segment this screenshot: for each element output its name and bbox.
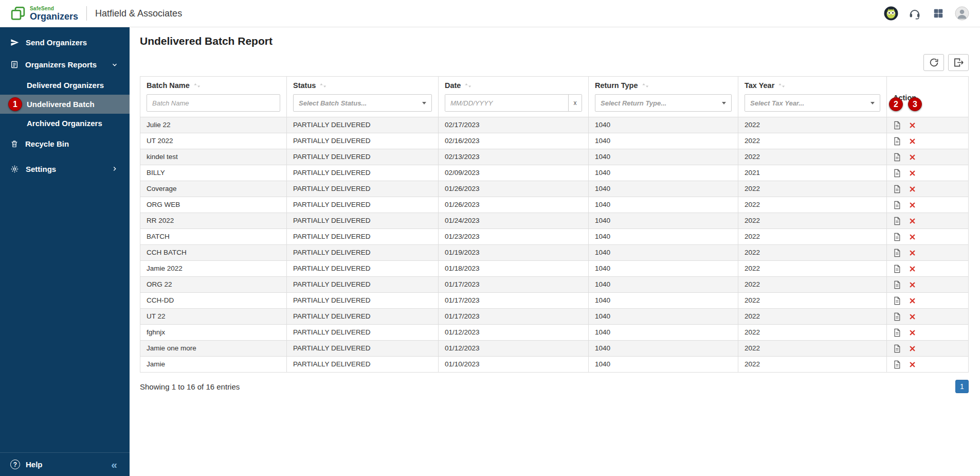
- table-row: Julie 22 PARTIALLY DELIVERED 02/17/2023 …: [140, 117, 969, 133]
- pagination-page-1[interactable]: 1: [955, 380, 969, 393]
- sidebar-item-send-organizers[interactable]: Send Organizers: [0, 31, 130, 54]
- delete-batch-button[interactable]: [908, 328, 917, 337]
- undelivered-batch-table: Batch Name Status Select Batch Status...: [140, 76, 969, 373]
- view-batch-report-button[interactable]: [892, 295, 902, 306]
- delete-batch-button[interactable]: [908, 280, 917, 289]
- company-name: Hatfield & Associates: [95, 8, 182, 19]
- sort-status[interactable]: Status: [293, 81, 432, 90]
- view-batch-report-button[interactable]: [892, 200, 902, 210]
- view-batch-report-button[interactable]: [892, 216, 902, 226]
- cell-tax-year: 2022: [738, 181, 887, 197]
- cell-batch-name: UT 22: [140, 309, 287, 325]
- tax-year-filter-select[interactable]: Select Tax Year...: [745, 94, 880, 112]
- table-row: BATCH PARTIALLY DELIVERED 01/23/2023 104…: [140, 229, 969, 245]
- delete-batch-button[interactable]: [908, 201, 917, 209]
- batch-name-filter-input[interactable]: [147, 94, 280, 112]
- view-batch-report-button[interactable]: [892, 248, 902, 258]
- table-row: Jamie 2022 PARTIALLY DELIVERED 01/18/202…: [140, 261, 969, 277]
- support-headset-icon[interactable]: [907, 6, 922, 21]
- cell-status: PARTIALLY DELIVERED: [287, 357, 439, 373]
- cell-action: [887, 325, 969, 341]
- table-row: CCH BATCH PARTIALLY DELIVERED 01/19/2023…: [140, 245, 969, 261]
- sidebar-item-recycle-bin[interactable]: Recycle Bin: [0, 133, 130, 155]
- cell-date: 01/10/2023: [439, 357, 589, 373]
- view-batch-report-button[interactable]: [892, 184, 902, 195]
- delete-x-icon: [909, 281, 916, 288]
- delete-batch-button[interactable]: [908, 121, 917, 130]
- cell-tax-year: 2022: [738, 245, 887, 261]
- sidebar-item-label: Archived Organizers: [27, 119, 102, 128]
- sort-arrows-icon: [642, 83, 649, 87]
- sort-return-type[interactable]: Return Type: [595, 81, 732, 90]
- view-batch-report-button[interactable]: [892, 359, 902, 370]
- cell-status: PARTIALLY DELIVERED: [287, 181, 439, 197]
- sort-tax-year[interactable]: Tax Year: [745, 81, 880, 90]
- date-filter-input[interactable]: [445, 95, 568, 111]
- assistant-owl-icon[interactable]: [883, 6, 899, 21]
- view-batch-report-button[interactable]: [892, 120, 902, 131]
- page-title: Undelivered Batch Report: [140, 34, 969, 48]
- view-batch-report-button[interactable]: [892, 327, 902, 338]
- cell-status: PARTIALLY DELIVERED: [287, 245, 439, 261]
- return-type-filter-select[interactable]: Select Return Type...: [595, 94, 732, 112]
- chevron-down-icon: [111, 61, 118, 68]
- sidebar-item-archived-organizers[interactable]: Archived Organizers: [0, 114, 130, 133]
- cell-action: [887, 309, 969, 325]
- view-batch-report-button[interactable]: [892, 136, 902, 147]
- table-row: ORG WEB PARTIALLY DELIVERED 01/26/2023 1…: [140, 197, 969, 213]
- cell-status: PARTIALLY DELIVERED: [287, 213, 439, 229]
- view-batch-report-button[interactable]: [892, 263, 902, 274]
- delete-batch-button[interactable]: [908, 296, 917, 305]
- document-icon: [893, 360, 901, 369]
- view-batch-report-button[interactable]: [892, 343, 902, 354]
- cell-batch-name: CCH BATCH: [140, 245, 287, 261]
- help-button[interactable]: Help «: [0, 452, 130, 476]
- delete-batch-button[interactable]: [908, 360, 917, 369]
- cell-date: 01/17/2023: [439, 309, 589, 325]
- view-batch-report-button[interactable]: [892, 232, 902, 242]
- sidebar-item-organizers-reports[interactable]: Organizers Reports: [0, 54, 130, 76]
- brand-logo[interactable]: SafeSend Organizers: [10, 6, 78, 21]
- sidebar-item-settings[interactable]: Settings: [0, 158, 130, 180]
- cell-status: PARTIALLY DELIVERED: [287, 293, 439, 309]
- delete-batch-button[interactable]: [908, 249, 917, 257]
- cell-date: 02/13/2023: [439, 149, 589, 165]
- cell-return-type: 1040: [589, 181, 738, 197]
- status-filter-select[interactable]: Select Batch Status...: [293, 94, 432, 112]
- collapse-sidebar-icon[interactable]: «: [111, 459, 117, 470]
- cell-batch-name: Coverage: [140, 181, 287, 197]
- cell-tax-year: 2022: [738, 229, 887, 245]
- delete-batch-button[interactable]: [908, 153, 917, 162]
- cell-batch-name: ORG 22: [140, 277, 287, 293]
- apps-grid-icon[interactable]: [931, 6, 946, 21]
- cell-status: PARTIALLY DELIVERED: [287, 309, 439, 325]
- sort-batch-name[interactable]: Batch Name: [147, 81, 280, 90]
- view-batch-report-button[interactable]: [892, 279, 902, 290]
- sort-date[interactable]: Date: [445, 81, 582, 90]
- export-button[interactable]: [948, 54, 969, 71]
- sidebar: Send Organizers Organizers Reports Deliv…: [0, 27, 130, 476]
- delete-x-icon: [909, 313, 916, 320]
- cell-date: 01/19/2023: [439, 245, 589, 261]
- user-avatar[interactable]: [954, 6, 970, 21]
- delete-batch-button[interactable]: [908, 169, 917, 178]
- delete-batch-button[interactable]: [908, 233, 917, 241]
- delete-batch-button[interactable]: [908, 265, 917, 273]
- view-batch-report-button[interactable]: [892, 168, 902, 179]
- delete-batch-button[interactable]: [908, 185, 917, 193]
- delete-batch-button[interactable]: [908, 312, 917, 321]
- cell-date: 01/26/2023: [439, 197, 589, 213]
- cell-batch-name: BILLY: [140, 165, 287, 181]
- delete-batch-button[interactable]: [908, 217, 917, 225]
- date-clear-button[interactable]: x: [568, 95, 582, 111]
- annotation-badge-1: 1: [8, 97, 22, 111]
- cell-action: [887, 181, 969, 197]
- cell-action: [887, 245, 969, 261]
- cell-return-type: 1040: [589, 133, 738, 149]
- view-batch-report-button[interactable]: [892, 152, 902, 163]
- delete-batch-button[interactable]: [908, 137, 917, 146]
- view-batch-report-button[interactable]: [892, 311, 902, 322]
- delete-batch-button[interactable]: [908, 344, 917, 353]
- sidebar-item-delivered-organizers[interactable]: Delivered Organizers: [0, 76, 130, 95]
- refresh-button[interactable]: [923, 54, 944, 71]
